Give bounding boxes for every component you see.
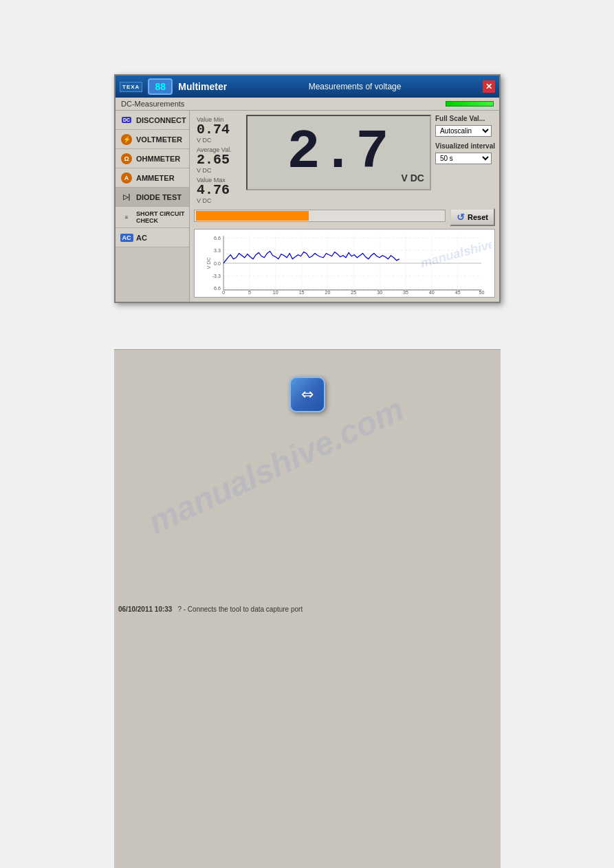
svg-text:30: 30 [377, 290, 382, 294]
svg-text:10: 10 [273, 290, 278, 294]
voltmeter-icon: ⚡ [120, 134, 133, 145]
small-values-panel: Value Min 0.74 V DC Average Val. 2.65 V … [194, 115, 242, 205]
sidebar-label-ammeter: AMMETER [136, 174, 175, 182]
status-bar: 06/10/2011 10:33 ? - Connects the tool t… [114, 349, 501, 868]
value-max-unit: V DC [197, 197, 239, 204]
status-message: ? - Connects the tool to data capture po… [177, 605, 303, 613]
sidebar-item-diode-test[interactable]: ▷| DIODE TEST [116, 188, 189, 207]
reset-icon: ↺ [457, 212, 465, 223]
sidebar-label-voltmeter: VOLTMETER [136, 135, 182, 144]
big-display-unit: V DC [401, 173, 424, 183]
svg-text:20: 20 [325, 290, 330, 294]
ohmmeter-icon: Ω [120, 153, 133, 164]
autoscale-select[interactable]: Autoscalin [435, 125, 492, 137]
measurements-label: Measurements of voltage [309, 82, 402, 91]
sidebar-label-diode-test: DIODE TEST [136, 193, 182, 201]
svg-text:3.3: 3.3 [214, 248, 221, 254]
big-digital-display: 2.7 V DC [246, 115, 431, 190]
app-window: TEXA 88 Multimeter Measurements of volta… [114, 74, 501, 303]
sidebar-item-ac[interactable]: AC AC [116, 228, 189, 247]
progress-bar-fill [196, 211, 309, 221]
svg-text:V DC: V DC [206, 257, 212, 269]
sidebar-item-ammeter[interactable]: A AMMETER [116, 168, 189, 188]
sidebar-item-ohmmeter[interactable]: Ω OHMMETER [116, 149, 189, 168]
svg-text:25: 25 [351, 290, 356, 294]
value-min-block: Value Min 0.74 V DC [194, 115, 242, 145]
svg-text:manualshive: manualshive [419, 236, 492, 270]
svg-text:6.6: 6.6 [214, 286, 221, 291]
chart-area: 6.6 3.3 0.0 -3.3 6.6 V DC 0 5 10 15 20 2… [194, 229, 495, 298]
connector-button[interactable]: ⇔ [289, 377, 325, 412]
svg-text:40: 40 [429, 290, 435, 294]
svg-text:0.0: 0.0 [214, 261, 221, 267]
value-max-block: Value Max 4.76 V DC [194, 175, 242, 205]
svg-text:-3.3: -3.3 [212, 274, 221, 279]
big-display-number: 2.7 [287, 125, 390, 180]
app-title: Multimeter [178, 81, 227, 92]
diode-icon: ▷| [120, 192, 133, 203]
value-avg-number: 2.65 [197, 153, 239, 167]
sidebar-item-disconnect[interactable]: DC DISCONNECT [116, 111, 189, 130]
right-controls: Full Scale Val... Autoscalin Visualized … [435, 115, 495, 205]
value-max-number: 4.76 [197, 183, 239, 197]
svg-text:6.6: 6.6 [214, 236, 221, 241]
interval-select[interactable]: 50 s [435, 153, 492, 164]
sidebar: DC DISCONNECT ⚡ VOLTMETER Ω OHMMETER A [116, 111, 190, 302]
sidebar-item-short-circuit[interactable]: ≡ SHORT CIRCUIT CHECK [116, 207, 189, 228]
ammeter-icon: A [120, 173, 133, 183]
value-min-number: 0.74 [197, 123, 239, 137]
main-panel: Value Min 0.74 V DC Average Val. 2.65 V … [190, 111, 499, 302]
connection-indicator [446, 101, 494, 107]
content-area: DC DISCONNECT ⚡ VOLTMETER Ω OHMMETER A [116, 111, 499, 302]
value-avg-unit: V DC [197, 167, 239, 174]
disconnect-icon: DC [120, 115, 133, 126]
sidebar-label-ac: AC [136, 234, 147, 242]
value-min-unit: V DC [197, 137, 239, 144]
sidebar-label-disconnect: DISCONNECT [136, 116, 186, 124]
progress-bar-container [194, 210, 446, 222]
sidebar-label-short-circuit: SHORT CIRCUIT CHECK [136, 210, 185, 224]
subtitle-bar: DC-Measurements [116, 98, 499, 111]
svg-text:15: 15 [299, 290, 305, 294]
title-bar-left: TEXA 88 Multimeter [120, 78, 227, 95]
ac-icon: AC [120, 232, 133, 243]
close-button[interactable]: ✕ [483, 80, 495, 93]
visualized-label: Visualized interval [435, 142, 495, 150]
status-datetime: 06/10/2011 10:33 [118, 605, 172, 613]
chart-svg: 6.6 3.3 0.0 -3.3 6.6 V DC 0 5 10 15 20 2… [197, 232, 492, 294]
svg-text:45: 45 [455, 290, 461, 294]
connector-icon: ⇔ [301, 386, 314, 403]
title-bar: TEXA 88 Multimeter Measurements of volta… [116, 76, 499, 98]
full-scale-label: Full Scale Val... [435, 115, 495, 122]
sidebar-label-ohmmeter: OHMMETER [136, 155, 180, 163]
short-circuit-icon: ≡ [120, 212, 133, 223]
sidebar-item-voltmeter[interactable]: ⚡ VOLTMETER [116, 130, 189, 149]
svg-text:5: 5 [248, 290, 251, 294]
svg-text:0: 0 [222, 290, 225, 294]
svg-text:50: 50 [479, 290, 484, 294]
dc-measurements-label: DC-Measurements [121, 100, 184, 108]
svg-text:35: 35 [403, 290, 408, 294]
value-avg-block: Average Val. 2.65 V DC [194, 145, 242, 175]
meter-icon: 88 [148, 78, 173, 95]
reset-button[interactable]: ↺ Reset [450, 208, 495, 226]
texa-logo: TEXA [120, 82, 142, 92]
reset-label: Reset [468, 213, 488, 221]
